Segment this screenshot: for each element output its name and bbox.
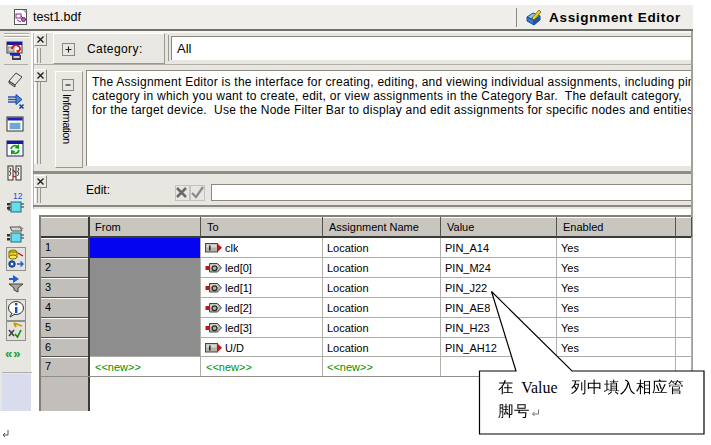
svg-text:12: 12 <box>13 191 23 201</box>
